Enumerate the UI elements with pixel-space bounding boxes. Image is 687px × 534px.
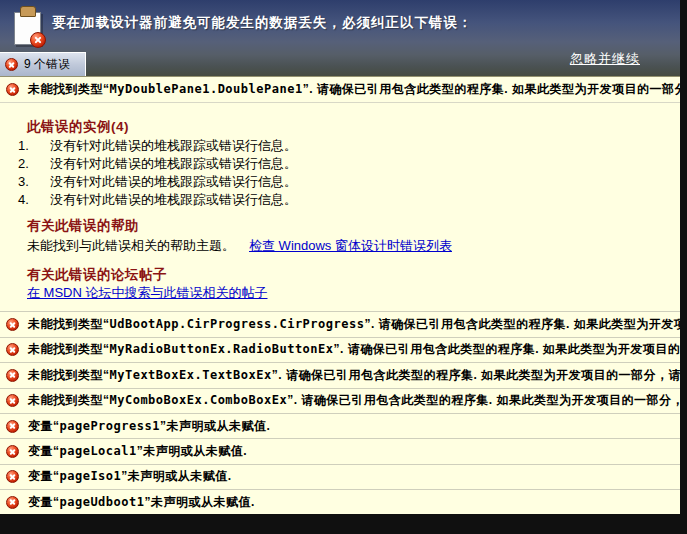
error-row[interactable]: 未能找到类型“MyDoublePane1.DoublePane1”. 请确保已引… <box>0 77 680 102</box>
error-type-name: UdBootApp.CirProgress.CirProgress <box>110 317 365 331</box>
error-panel: 要在加载设计器前避免可能发生的数据丢失，必须纠正以下错误： 9 个错误 忽略并继… <box>0 0 680 514</box>
error-type-name: MyDoublePane1.DoublePane1 <box>110 82 303 96</box>
error-message-post: ”. 请确保已引用包含此类型的程序集. 如果此类型为开发项目的一部分，请确保已生… <box>287 393 680 407</box>
instance-number: 4. <box>18 191 50 209</box>
error-variable-name: pageProgress1 <box>60 419 160 433</box>
error-message-post: ”. 请确保已引用包含此类型的程序集. 如果此类型为开发项目的一部分，请确保已生… <box>364 317 680 331</box>
error-row[interactable]: 变量“pageIso1”未声明或从未赋值. <box>0 464 680 489</box>
error-message: 未能找到类型“UdBootApp.CirProgress.CirProgress… <box>28 316 680 333</box>
error-icon <box>6 470 19 483</box>
error-icon <box>6 420 19 433</box>
error-variable-name: pageIso1 <box>60 469 122 483</box>
error-message-post: ”未声明或从未赋值. <box>121 469 231 483</box>
error-message: 变量“pageUdboot1”未声明或从未赋值. <box>28 494 255 511</box>
error-message-pre: 变量“ <box>28 469 60 483</box>
error-message-pre: 未能找到类型“ <box>28 317 110 331</box>
error-row[interactable]: 未能找到类型“MyRadioButtonEx.RadioButtonEx”. 请… <box>0 337 680 362</box>
error-message-pre: 未能找到类型“ <box>28 393 110 407</box>
clipboard-clip <box>20 6 36 17</box>
error-message-pre: 变量“ <box>28 444 60 458</box>
msdn-forum-search-link[interactable]: 在 MSDN 论坛中搜索与此错误相关的帖子 <box>27 285 268 300</box>
help-text: 未能找到与此错误相关的帮助主题。 <box>27 238 235 253</box>
error-message-pre: 未能找到类型“ <box>28 82 110 96</box>
error-message-pre: 变量“ <box>28 419 60 433</box>
error-message-post: ”. 请确保已引用包含此类型的程序集. 如果此类型为开发项目的一部分，请确保已生… <box>272 368 680 382</box>
error-icon <box>5 58 18 71</box>
error-message-post: ”. 请确保已引用包含此类型的程序集. 如果此类型为开发项目的一部分，请确保已生… <box>303 82 680 96</box>
instance-number: 2. <box>18 155 50 173</box>
error-icon <box>6 83 19 96</box>
error-message: 变量“pageLocal1”未声明或从未赋值. <box>28 443 247 460</box>
instance-text: 没有针对此错误的堆栈跟踪或错误行信息。 <box>50 137 297 155</box>
instance-text: 没有针对此错误的堆栈跟踪或错误行信息。 <box>50 155 297 173</box>
error-badge-icon <box>30 32 46 48</box>
error-type-name: MyRadioButtonEx.RadioButtonEx <box>110 342 334 356</box>
error-message: 变量“pageIso1”未声明或从未赋值. <box>28 468 232 485</box>
error-message-pre: 未能找到类型“ <box>28 342 110 356</box>
forms-design-error-list-link[interactable]: 检查 Windows 窗体设计时错误列表 <box>249 238 452 253</box>
instance-text: 没有针对此错误的堆栈跟踪或错误行信息。 <box>50 173 297 191</box>
header-bar: 要在加载设计器前避免可能发生的数据丢失，必须纠正以下错误： 9 个错误 忽略并继… <box>0 0 680 77</box>
error-icon <box>6 318 19 331</box>
instances-list: 1. 没有针对此错误的堆栈跟踪或错误行信息。 2. 没有针对此错误的堆栈跟踪或错… <box>27 137 680 209</box>
ignore-and-continue-link[interactable]: 忽略并继续 <box>570 50 640 68</box>
forum-heading: 有关此错误的论坛帖子 <box>27 267 680 282</box>
instance-item: 3. 没有针对此错误的堆栈跟踪或错误行信息。 <box>27 173 680 191</box>
error-row[interactable]: 未能找到类型“MyComboBoxEx.ComboBoxEx”. 请确保已引用包… <box>0 388 680 413</box>
instance-item: 1. 没有针对此错误的堆栈跟踪或错误行信息。 <box>27 137 680 155</box>
instance-item: 2. 没有针对此错误的堆栈跟踪或错误行信息。 <box>27 155 680 173</box>
error-message: 未能找到类型“MyTextBoxEx.TextBoxEx”. 请确保已引用包含此… <box>28 367 680 384</box>
error-icon <box>6 343 19 356</box>
designer-error-page: 要在加载设计器前避免可能发生的数据丢失，必须纠正以下错误： 9 个错误 忽略并继… <box>0 0 687 534</box>
error-message: 未能找到类型“MyComboBoxEx.ComboBoxEx”. 请确保已引用包… <box>28 392 680 409</box>
instance-number: 1. <box>18 137 50 155</box>
instance-number: 3. <box>18 173 50 191</box>
error-message: 未能找到类型“MyDoublePane1.DoublePane1”. 请确保已引… <box>28 81 680 98</box>
error-details: 此错误的实例(4) 1. 没有针对此错误的堆栈跟踪或错误行信息。 2. 没有针对… <box>0 102 680 311</box>
help-heading: 有关此错误的帮助 <box>27 218 680 233</box>
help-line: 未能找到与此错误相关的帮助主题。检查 Windows 窗体设计时错误列表 <box>27 237 680 254</box>
error-message-post: ”未声明或从未赋值. <box>160 419 270 433</box>
error-variable-name: pageLocal1 <box>60 444 137 458</box>
error-row[interactable]: 未能找到类型“MyTextBoxEx.TextBoxEx”. 请确保已引用包含此… <box>0 362 680 387</box>
error-variable-name: pageUdboot1 <box>60 495 145 509</box>
error-row[interactable]: 未能找到类型“UdBootApp.CirProgress.CirProgress… <box>0 311 680 336</box>
error-message-post: ”未声明或从未赋值. <box>144 495 254 509</box>
error-message-pre: 变量“ <box>28 495 60 509</box>
forum-line: 在 MSDN 论坛中搜索与此错误相关的帖子 <box>27 284 680 301</box>
error-type-name: MyComboBoxEx.ComboBoxEx <box>110 393 288 407</box>
error-message: 未能找到类型“MyRadioButtonEx.RadioButtonEx”. 请… <box>28 341 680 358</box>
page-title: 要在加载设计器前避免可能发生的数据丢失，必须纠正以下错误： <box>52 14 473 32</box>
errors-tab-label: 9 个错误 <box>24 56 70 73</box>
error-icon <box>6 394 19 407</box>
error-message-pre: 未能找到类型“ <box>28 368 110 382</box>
error-icon <box>6 369 19 382</box>
instances-heading: 此错误的实例(4) <box>27 119 680 134</box>
error-icon <box>6 496 19 509</box>
clipboard-error-icon <box>10 6 46 48</box>
error-row[interactable]: 变量“pageProgress1”未声明或从未赋值. <box>0 413 680 438</box>
error-icon <box>6 445 19 458</box>
error-message-post: ”. 请确保已引用包含此类型的程序集. 如果此类型为开发项目的一部分，请确保已生… <box>334 342 680 356</box>
error-type-name: MyTextBoxEx.TextBoxEx <box>110 368 272 382</box>
errors-tab[interactable]: 9 个错误 <box>0 52 86 76</box>
error-row[interactable]: 变量“pageLocal1”未声明或从未赋值. <box>0 438 680 463</box>
error-list: 未能找到类型“MyDoublePane1.DoublePane1”. 请确保已引… <box>0 77 680 514</box>
instance-text: 没有针对此错误的堆栈跟踪或错误行信息。 <box>50 191 297 209</box>
error-message-post: ”未声明或从未赋值. <box>137 444 247 458</box>
error-message: 变量“pageProgress1”未声明或从未赋值. <box>28 418 270 435</box>
instance-item: 4. 没有针对此错误的堆栈跟踪或错误行信息。 <box>27 191 680 209</box>
error-row[interactable]: 变量“pageUdboot1”未声明或从未赋值. <box>0 489 680 514</box>
